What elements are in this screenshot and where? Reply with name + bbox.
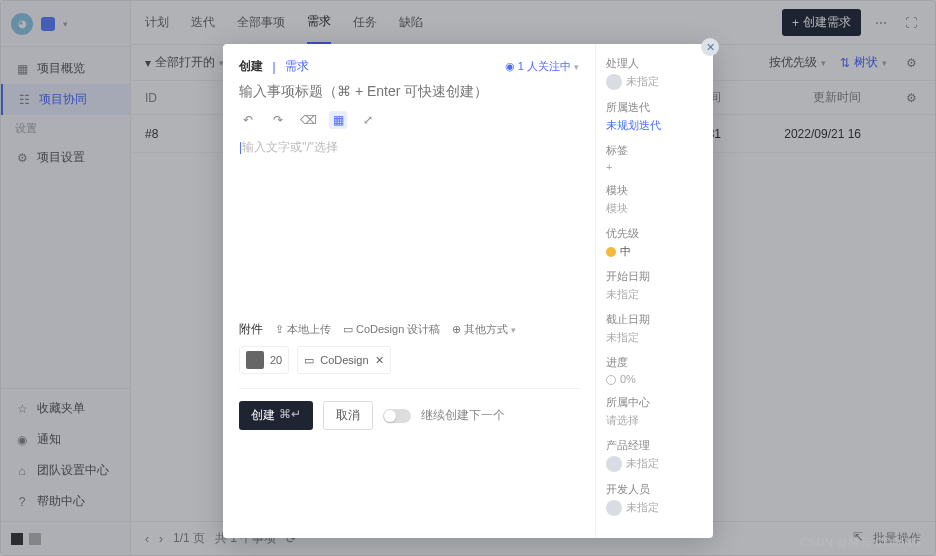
field-start[interactable]: 未指定 — [606, 287, 703, 302]
codesign-icon: ▭ — [304, 354, 314, 367]
undo-icon[interactable]: ↶ — [239, 111, 257, 129]
continue-label: 继续创建下一个 — [421, 407, 505, 424]
radio-icon — [606, 375, 616, 385]
attachments-title: 附件 — [239, 321, 263, 338]
continue-toggle[interactable] — [383, 409, 411, 423]
modal-type[interactable]: 需求 — [285, 58, 309, 75]
avatar-icon — [606, 500, 622, 516]
attachment-item[interactable]: 20 — [239, 346, 289, 374]
thumbnail — [246, 351, 264, 369]
field-iteration[interactable]: 未规划迭代 — [606, 118, 703, 133]
cancel-button[interactable]: 取消 — [323, 401, 373, 430]
watermark: CSDN @腾云 CODING — [800, 535, 922, 550]
field-module[interactable]: 模块 — [606, 201, 703, 216]
field-priority[interactable]: 中 — [606, 244, 703, 259]
field-pm[interactable]: 未指定 — [606, 456, 703, 472]
editor-body[interactable]: |输入文字或"/"选择 — [239, 133, 579, 313]
field-center[interactable]: 请选择 — [606, 413, 703, 428]
editor-toolbar: ↶ ↷ ⌫ ▦ ⤢ — [239, 107, 579, 133]
format-icon[interactable]: ▦ — [329, 111, 347, 129]
watchers[interactable]: ◉1 人关注中▾ — [505, 59, 579, 74]
upload-other[interactable]: ⊕ 其他方式 ▾ — [452, 322, 516, 337]
field-dev[interactable]: 未指定 — [606, 500, 703, 516]
priority-dot-icon — [606, 247, 616, 257]
avatar-icon — [606, 74, 622, 90]
field-progress[interactable]: 0% — [606, 373, 703, 385]
modal-sidebar: 处理人未指定 所属迭代未规划迭代 标签+ 模块模块 优先级中 开始日期未指定 截… — [595, 44, 713, 538]
field-due[interactable]: 未指定 — [606, 330, 703, 345]
bookmark-icon: ❘ — [269, 60, 279, 74]
modal-mask: ✕ 创建 ❘ 需求 ◉1 人关注中▾ ↶ ↷ ⌫ ▦ ⤢ |输入文字或"/"选择… — [0, 0, 936, 556]
upload-codesign[interactable]: ▭ CoDesign 设计稿 — [343, 322, 440, 337]
redo-icon[interactable]: ↷ — [269, 111, 287, 129]
close-icon[interactable]: ✕ — [701, 38, 719, 56]
submit-button[interactable]: 创建⌘↵ — [239, 401, 313, 430]
expand-editor-icon[interactable]: ⤢ — [359, 111, 377, 129]
clear-icon[interactable]: ⌫ — [299, 111, 317, 129]
field-tags[interactable]: + — [606, 161, 703, 173]
create-modal: ✕ 创建 ❘ 需求 ◉1 人关注中▾ ↶ ↷ ⌫ ▦ ⤢ |输入文字或"/"选择… — [223, 44, 713, 538]
remove-icon[interactable]: ✕ — [375, 354, 384, 367]
modal-create-label: 创建 — [239, 58, 263, 75]
upload-local[interactable]: ⇪ 本地上传 — [275, 322, 331, 337]
field-assignee[interactable]: 未指定 — [606, 74, 703, 90]
title-input[interactable] — [239, 75, 579, 107]
eye-icon: ◉ — [505, 60, 515, 73]
attachment-item[interactable]: ▭CoDesign✕ — [297, 346, 390, 374]
avatar-icon — [606, 456, 622, 472]
